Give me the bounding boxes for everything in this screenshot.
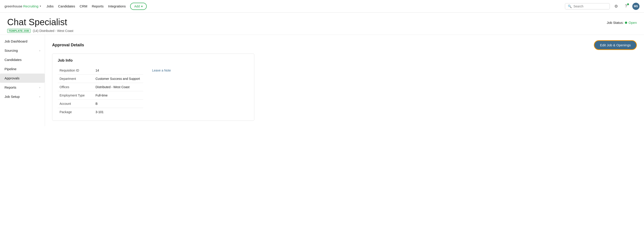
field-label: Requisition ID (58, 66, 94, 75)
settings-button[interactable]: ⚙ (612, 3, 620, 10)
avatar-button[interactable]: MS (632, 3, 640, 10)
main-content: Approval Details Edit Job & Openings Job… (45, 35, 644, 126)
field-value: 14 (94, 66, 143, 75)
nav-crm[interactable]: CRM (80, 4, 87, 8)
chevron-right-icon: › (39, 95, 40, 98)
job-title: Chat Specialist (7, 17, 73, 27)
sidebar-item-label: Job Dashboard (4, 39, 28, 43)
page-header-left: Chat Specialist TEMPLATE JOB (14) Distri… (7, 17, 73, 33)
field-label: Employment Type (58, 91, 94, 100)
logo[interactable]: greenhouse Recruiting ▾ (4, 4, 41, 8)
job-meta: TEMPLATE JOB (14) Distributed - West Coa… (7, 29, 73, 33)
job-info-card: Job Info Requisition ID 14 Leave a Note … (52, 54, 254, 121)
sidebar-item-label: Sourcing (4, 49, 18, 52)
leave-note-cell: Leave a Note (143, 66, 249, 116)
sidebar-item-reports[interactable]: Reports › (0, 83, 45, 92)
sidebar-item-job-setup[interactable]: Job Setup › (0, 92, 45, 101)
section-header: Approval Details Edit Job & Openings (52, 40, 637, 50)
top-nav: greenhouse Recruiting ▾ Jobs Candidates … (0, 0, 644, 13)
search-input[interactable] (574, 5, 607, 8)
edit-job-openings-button[interactable]: Edit Job & Openings (594, 40, 637, 50)
sidebar-item-pipeline[interactable]: Pipeline (0, 64, 45, 74)
sidebar: Job Dashboard Sourcing › Candidates Pipe… (0, 35, 45, 126)
sidebar-item-label: Pipeline (4, 67, 16, 71)
sidebar-item-label: Candidates (4, 58, 22, 62)
page-body: Job Dashboard Sourcing › Candidates Pipe… (0, 35, 644, 126)
field-value: Distributed - West Coast (94, 83, 143, 91)
logo-recruiting-text: Recruiting (23, 4, 38, 8)
leave-note-link[interactable]: Leave a Note (152, 69, 171, 72)
page-header: Chat Specialist TEMPLATE JOB (14) Distri… (0, 13, 644, 35)
logo-caret-icon: ▾ (40, 5, 41, 8)
nav-integrations[interactable]: Integrations (108, 4, 126, 8)
template-badge: TEMPLATE JOB (7, 29, 30, 33)
job-subtitle: (14) Distributed - West Coast (33, 29, 73, 33)
field-value: Customer Success and Support (94, 75, 143, 83)
help-button[interactable]: ? (622, 3, 630, 10)
section-title: Approval Details (52, 43, 84, 48)
sidebar-item-label: Reports (4, 85, 16, 89)
field-label: Department (58, 75, 94, 83)
sidebar-item-label: Job Setup (4, 95, 20, 99)
field-label: Package (58, 108, 94, 116)
field-value: 3-101 (94, 108, 143, 116)
field-value: B (94, 100, 143, 108)
job-status-value: Open (628, 21, 637, 25)
card-title: Job Info (58, 58, 249, 63)
sidebar-item-candidates[interactable]: Candidates (0, 55, 45, 64)
sidebar-item-sourcing[interactable]: Sourcing › (0, 46, 45, 55)
search-icon: 🔍 (568, 5, 572, 8)
table-row: Requisition ID 14 Leave a Note (58, 66, 249, 75)
add-button[interactable]: Add ▾ (130, 3, 147, 10)
chevron-right-icon: › (39, 49, 40, 52)
nav-links: Jobs Candidates CRM Reports Integrations… (46, 3, 560, 10)
field-value: Full-time (94, 91, 143, 100)
job-status: Job Status: Open (607, 21, 637, 25)
nav-right: 🔍 ⚙ ? MS (565, 3, 640, 10)
add-caret-icon: ▾ (141, 5, 143, 8)
sidebar-item-job-dashboard[interactable]: Job Dashboard (0, 37, 45, 46)
nav-candidates[interactable]: Candidates (58, 4, 75, 8)
field-label: Account (58, 100, 94, 108)
sidebar-item-label: Approvals (4, 76, 20, 80)
chevron-right-icon: › (39, 86, 40, 89)
search-box[interactable]: 🔍 (565, 3, 610, 10)
logo-greenhouse-text: greenhouse (4, 4, 22, 8)
sidebar-item-approvals[interactable]: Approvals (0, 74, 45, 83)
nav-jobs[interactable]: Jobs (46, 4, 54, 8)
nav-reports[interactable]: Reports (92, 4, 104, 8)
job-status-label: Job Status: (607, 21, 624, 25)
status-open-dot (625, 22, 627, 24)
job-info-table: Requisition ID 14 Leave a Note Departmen… (58, 66, 249, 116)
field-label: Offices (58, 83, 94, 91)
